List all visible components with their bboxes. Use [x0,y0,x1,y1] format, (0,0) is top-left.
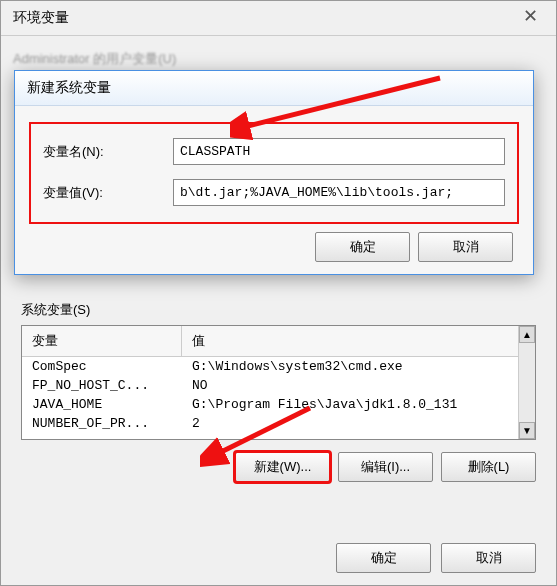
table-row[interactable]: ComSpec G:\Windows\system32\cmd.exe [22,357,535,376]
col-header-name[interactable]: 变量 [22,326,182,356]
annotation-highlight-fields: 变量名(N): 变量值(V): [35,128,513,218]
parent-window-title: 环境变量 [1,1,556,36]
user-vars-heading: Administrator 的用户变量(U) [13,50,544,68]
parent-buttons: 确定 取消 [336,543,536,573]
parent-ok-button[interactable]: 确定 [336,543,431,573]
scroll-down-icon[interactable]: ▼ [519,422,535,439]
system-vars-section: 系统变量(S) 变量 值 ComSpec G:\Windows\system32… [21,301,536,482]
variable-name-input[interactable] [173,138,505,165]
table-row[interactable]: NUMBER_OF_PR... 2 [22,414,535,433]
parent-cancel-button[interactable]: 取消 [441,543,536,573]
delete-button[interactable]: 删除(L) [441,452,536,482]
variable-value-input[interactable] [173,179,505,206]
variable-name-label: 变量名(N): [43,143,173,161]
scrollbar[interactable]: ▲ ▼ [518,326,535,439]
system-vars-listbox[interactable]: 变量 值 ComSpec G:\Windows\system32\cmd.exe… [21,325,536,440]
variable-value-label: 变量值(V): [43,184,173,202]
dialog-title: 新建系统变量 [15,71,533,106]
table-row[interactable]: FP_NO_HOST_C... NO [22,376,535,395]
list-header: 变量 值 [22,326,535,357]
new-system-variable-dialog: 新建系统变量 变量名(N): 变量值(V): 确定 取消 [14,70,534,275]
system-vars-label: 系统变量(S) [21,301,536,319]
dialog-ok-button[interactable]: 确定 [315,232,410,262]
table-row[interactable]: JAVA_HOME G:\Program Files\Java\jdk1.8.0… [22,395,535,414]
close-icon[interactable]: ✕ [523,5,538,27]
edit-button[interactable]: 编辑(I)... [338,452,433,482]
new-button[interactable]: 新建(W)... [235,452,330,482]
dialog-cancel-button[interactable]: 取消 [418,232,513,262]
scroll-up-icon[interactable]: ▲ [519,326,535,343]
col-header-value[interactable]: 值 [182,326,535,356]
